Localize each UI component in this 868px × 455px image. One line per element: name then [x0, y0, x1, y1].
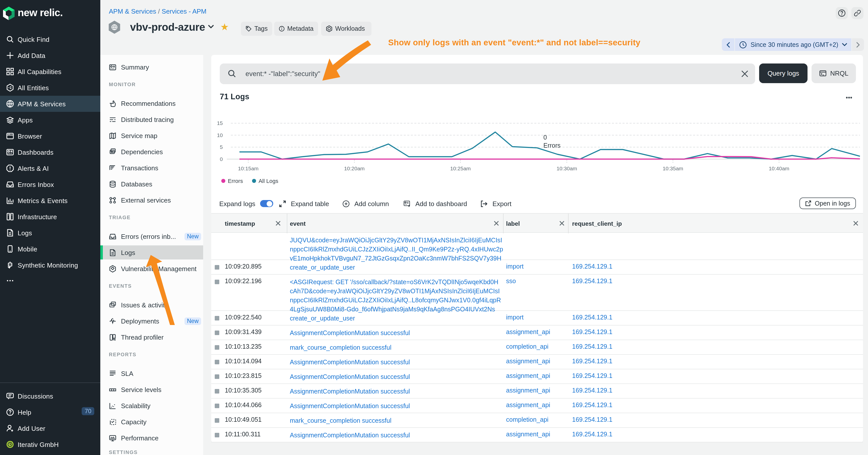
svg-text:10:15am: 10:15am: [238, 165, 258, 171]
svg-text:5: 5: [220, 144, 223, 150]
svg-text:10:25am: 10:25am: [450, 165, 471, 171]
svg-text:0: 0: [544, 134, 547, 141]
svg-text:10: 10: [217, 132, 223, 138]
svg-text:10:40am: 10:40am: [769, 165, 789, 171]
svg-text:10:30am: 10:30am: [557, 165, 577, 171]
svg-text:10:35am: 10:35am: [662, 165, 683, 171]
svg-text:0: 0: [220, 156, 223, 162]
svg-text:15: 15: [217, 120, 223, 126]
svg-text:Errors: Errors: [544, 142, 560, 149]
svg-text:10:20am: 10:20am: [344, 165, 365, 171]
